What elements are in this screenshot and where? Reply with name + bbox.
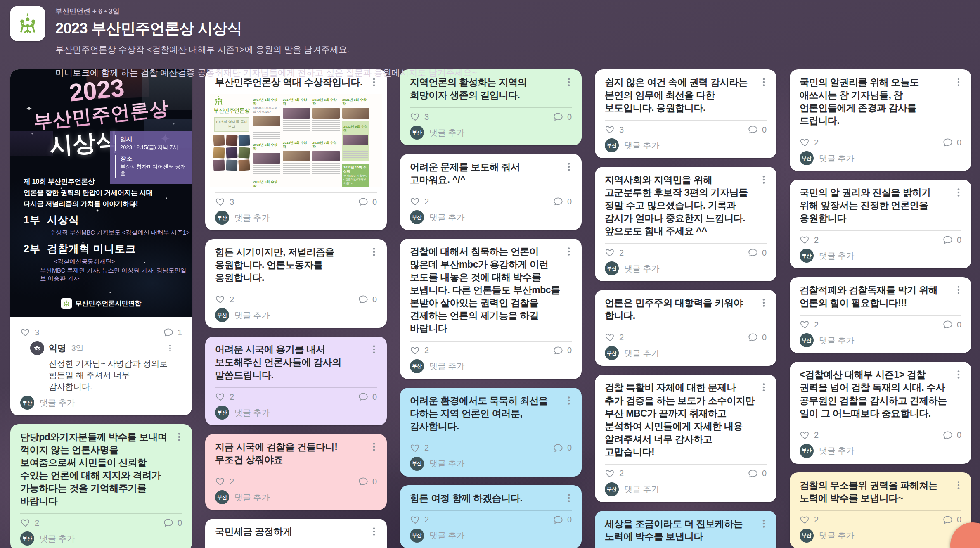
kebab-menu-icon[interactable]: [953, 478, 967, 492]
like-button[interactable]: 2: [20, 517, 39, 528]
comment-count-button[interactable]: 0: [748, 468, 767, 479]
board-avatar[interactable]: [10, 6, 45, 41]
like-button[interactable]: 2: [800, 319, 819, 330]
like-button[interactable]: 2: [215, 476, 234, 487]
kebab-menu-icon[interactable]: [563, 491, 578, 505]
add-comment-row[interactable]: 부산 댓글 추가: [800, 525, 961, 548]
comment-count-button[interactable]: 0: [942, 235, 961, 245]
comment-count-button[interactable]: 0: [163, 517, 182, 528]
add-comment-row[interactable]: 부산 댓글 추가: [215, 207, 377, 230]
add-comment-row[interactable]: 부산 댓글 추가: [215, 402, 377, 425]
like-button[interactable]: 2: [800, 430, 819, 441]
board-card[interactable]: 담당pd와기자분들께 박수를 보내며 꺽이지 않는 언론사명을 보여줌으로써 시…: [10, 424, 192, 548]
comment-count-button[interactable]: 0: [553, 515, 572, 525]
board-card[interactable]: 국민의 알 권리와 진실을 밝히기 위해 앞장서는 진정한 언론인을 응원합니다…: [790, 180, 971, 268]
board-card[interactable]: 검찰의 무소불위 권력을 파헤쳐는 노력에 박수를 보냅니다~ 2: [790, 472, 971, 548]
kebab-menu-icon[interactable]: [758, 75, 772, 89]
like-button[interactable]: 2: [410, 515, 429, 525]
add-comment-row[interactable]: 부산 댓글 추가: [800, 148, 961, 171]
board-card[interactable]: 어려운 환경에서도 묵묵히 최선을 다하는 지역 언론인 여러분, 감사합니다.…: [400, 388, 582, 477]
like-button[interactable]: 2: [410, 443, 429, 453]
board-card[interactable]: 국민의 알권리를 위해 오늘도 애쓰시는 참 기자님들, 참 언론인들에게 존경…: [790, 69, 971, 171]
board-card[interactable]: 세상을 조금이라도 더 진보케하는 노력에 박수를 보냅니다 2: [595, 511, 776, 548]
like-button[interactable]: 2: [605, 247, 624, 258]
board-card[interactable]: 검찰적폐와 검찰독재를 막기 위해 언론의 힘이 필요합니다!!! 2: [790, 277, 971, 353]
comment-count-button[interactable]: 0: [553, 345, 572, 356]
add-comment-row[interactable]: 부산 댓글 추가: [410, 525, 572, 548]
kebab-menu-icon[interactable]: [369, 342, 383, 356]
comment-count-button[interactable]: 0: [942, 319, 961, 330]
comment-count-button[interactable]: 0: [942, 137, 961, 148]
like-button[interactable]: 2: [800, 515, 819, 525]
board-card[interactable]: ✦ ✦ ✦ 2023 부산민주언론상 시상식 일시 2023.12.15(금) …: [10, 69, 192, 415]
like-button[interactable]: 2: [215, 391, 234, 402]
board-card[interactable]: 어려운 시국에 용기를 내서 보도해주신 언론사들에 감사의 말씀드립니다. 2: [205, 337, 387, 425]
like-button[interactable]: 3: [215, 197, 234, 207]
kebab-menu-icon[interactable]: [369, 524, 383, 539]
add-comment-row[interactable]: 부산 댓글 추가: [605, 258, 767, 281]
add-comment-row[interactable]: 부산 댓글 추가: [800, 245, 961, 268]
like-button[interactable]: 2: [215, 294, 234, 305]
like-button[interactable]: 2: [410, 345, 429, 356]
kebab-menu-icon[interactable]: [369, 440, 383, 454]
kebab-menu-icon[interactable]: [174, 430, 188, 444]
add-comment-row[interactable]: 부산 댓글 추가: [20, 392, 182, 415]
kebab-menu-icon[interactable]: [563, 160, 578, 174]
like-button[interactable]: 3: [605, 124, 624, 135]
board-card[interactable]: 언론은 민주주의 대항력을 키워야 합니다. 2: [595, 290, 776, 366]
comment-count-button[interactable]: 0: [942, 430, 961, 441]
like-button[interactable]: 3: [20, 327, 39, 338]
kebab-menu-icon[interactable]: [758, 296, 772, 310]
board-card[interactable]: 검찰 특활비 자체에 대한 문제나 추가 검증을 하는 보도가 소수이지만 부산…: [595, 375, 776, 502]
comment-count-button[interactable]: 0: [358, 391, 377, 402]
like-button[interactable]: 3: [410, 111, 429, 122]
add-comment-row[interactable]: 부산 댓글 추가: [410, 122, 572, 145]
add-comment-row[interactable]: 부산 댓글 추가: [410, 453, 572, 477]
board-card[interactable]: 지금 시국에 검찰을 건들다니! 무조건 상줘야죠 2: [205, 434, 387, 510]
add-comment-row[interactable]: 부산 댓글 추가: [20, 528, 182, 548]
comment-count-button[interactable]: 0: [553, 443, 572, 453]
add-comment-row[interactable]: 부산 댓글 추가: [800, 441, 961, 464]
kebab-menu-icon[interactable]: [953, 368, 967, 382]
like-button[interactable]: 2: [605, 468, 624, 479]
comment-count-button[interactable]: 0: [553, 111, 572, 122]
comment-count-button[interactable]: 0: [553, 196, 572, 207]
kebab-menu-icon[interactable]: [563, 75, 578, 89]
board-card[interactable]: 지역사회와 지역민을 위해 고군분투한 후보작 3편의 기자님들 정말 수고 많…: [595, 167, 776, 281]
like-button[interactable]: 2: [605, 332, 624, 343]
board-card[interactable]: 지역언론의 활성화는 지역의 희망이자 생존의 길입니다. 3: [400, 69, 582, 145]
comment-count-button[interactable]: 0: [358, 294, 377, 305]
kebab-menu-icon[interactable]: [758, 380, 772, 394]
comment-count-button[interactable]: 0: [358, 476, 377, 487]
add-comment-row[interactable]: 부산 댓글 추가: [605, 135, 767, 158]
comment-count-button[interactable]: 0: [748, 124, 767, 135]
board-card[interactable]: 쉽지 않은 여건 속에 권력 감시라는 본연의 임무에 최선을 다한 보도입니다…: [595, 69, 776, 158]
comment-count-button[interactable]: 0: [748, 332, 767, 343]
board-card[interactable]: 어려운 문제를 보도해 줘서 고마워요. ^/^ 2: [400, 154, 582, 230]
comment-count-button[interactable]: 1: [163, 327, 182, 338]
like-button[interactable]: 2: [410, 196, 429, 207]
like-button[interactable]: 2: [800, 137, 819, 148]
kebab-menu-icon[interactable]: [953, 185, 967, 199]
kebab-menu-icon[interactable]: [953, 75, 967, 89]
add-comment-row[interactable]: 부산 댓글 추가: [605, 479, 767, 502]
kebab-menu-icon[interactable]: [563, 244, 578, 259]
add-comment-row[interactable]: 부산 댓글 추가: [800, 330, 961, 353]
kebab-menu-icon[interactable]: [953, 283, 967, 297]
kebab-menu-icon[interactable]: [563, 394, 578, 408]
board-card[interactable]: 힘든 시기이지만, 저널리즘을 응원합니다. 언론노동자를 응원합니다. 2: [205, 239, 387, 328]
board-card[interactable]: 국민세금 공정하게 2: [205, 519, 387, 548]
board-card[interactable]: 부산민주언론상 역대 수상작입니다. 부산민주언론상 10년의 역사를 돌아본다…: [205, 69, 387, 230]
comment-count-button[interactable]: 0: [358, 197, 377, 207]
board-card[interactable]: 검찰에 대해서 침묵하는 언론이 많은데 부산mbc가 용감하게 이런 보도를 …: [400, 239, 582, 379]
add-comment-row[interactable]: 부산 댓글 추가: [215, 487, 377, 510]
add-comment-row[interactable]: 부산 댓글 추가: [605, 343, 767, 366]
kebab-menu-icon[interactable]: [758, 173, 772, 187]
add-comment-row[interactable]: 부산 댓글 추가: [410, 207, 572, 230]
kebab-menu-icon[interactable]: [369, 245, 383, 259]
add-comment-row[interactable]: 부산 댓글 추가: [410, 356, 572, 379]
comment-kebab-menu-icon[interactable]: [166, 342, 178, 354]
comment-count-button[interactable]: 0: [942, 515, 961, 525]
comment-count-button[interactable]: 0: [748, 247, 767, 258]
board-card[interactable]: 힘든 여정 함께 하겠습니다. 2: [400, 485, 582, 548]
